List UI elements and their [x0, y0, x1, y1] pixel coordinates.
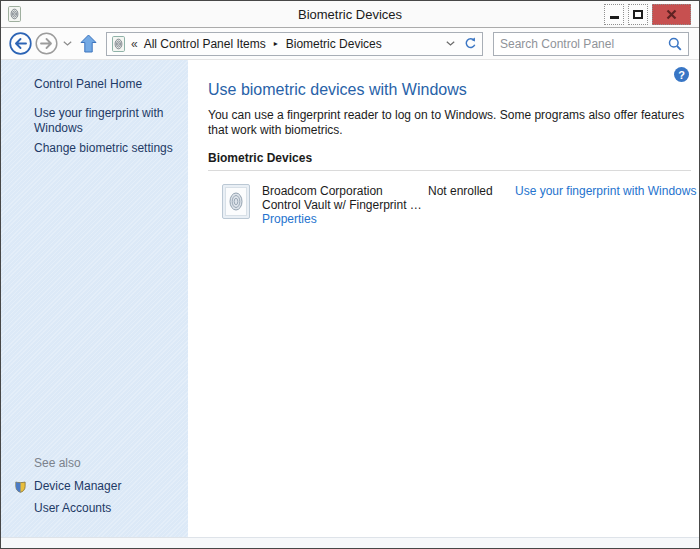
- sidebar-item-user-accounts[interactable]: User Accounts: [1, 501, 188, 516]
- fingerprint-reader-icon: [222, 184, 250, 223]
- refresh-icon: [464, 37, 477, 50]
- device-row: Broadcom Corporation Control Vault w/ Fi…: [208, 184, 691, 226]
- use-fingerprint-link[interactable]: Use your fingerprint with Windows: [515, 184, 696, 198]
- fingerprint-app-icon: [8, 6, 21, 22]
- device-properties-link[interactable]: Properties: [262, 212, 428, 226]
- search-box: [493, 32, 689, 56]
- up-button[interactable]: [80, 34, 97, 53]
- uac-shield-icon: [14, 480, 27, 496]
- forward-button[interactable]: [35, 32, 58, 55]
- breadcrumb-overflow-chevrons: «: [131, 37, 138, 51]
- forward-arrow-icon: [35, 32, 58, 55]
- sidebar-row-user-accounts: User Accounts: [1, 501, 188, 516]
- close-icon: [666, 9, 677, 20]
- titlebar: Biometric Devices: [1, 1, 699, 28]
- see-also-section: See also Device Manager User Accounts: [1, 456, 188, 523]
- window-body: Control Panel Home Use your fingerprint …: [1, 60, 699, 537]
- breadcrumb-separator-icon: ▸: [274, 39, 278, 48]
- address-bar-controls: [446, 37, 477, 50]
- back-arrow-icon: [9, 32, 32, 55]
- sidebar-item-use-fingerprint[interactable]: Use your fingerprint with Windows: [1, 106, 188, 136]
- page-title: Use biometric devices with Windows: [208, 81, 691, 99]
- device-status: Not enrolled: [428, 184, 515, 198]
- sidebar: Control Panel Home Use your fingerprint …: [1, 60, 188, 537]
- close-button[interactable]: [652, 4, 691, 25]
- device-name: Broadcom Corporation Control Vault w/ Fi…: [262, 184, 428, 226]
- recent-pages-button[interactable]: [63, 41, 72, 46]
- help-button[interactable]: ?: [674, 67, 689, 82]
- see-also-label: See also: [1, 456, 188, 471]
- maximize-button[interactable]: [628, 4, 648, 25]
- sidebar-item-device-manager[interactable]: Device Manager: [1, 479, 188, 494]
- chevron-down-icon: [63, 41, 72, 46]
- minimize-icon: [610, 16, 619, 19]
- minimize-button[interactable]: [604, 4, 624, 25]
- section-divider: [208, 170, 691, 171]
- up-arrow-icon: [80, 34, 97, 53]
- section-title: Biometric Devices: [208, 151, 691, 165]
- maximize-icon: [633, 10, 643, 19]
- breadcrumb-biometric-devices[interactable]: Biometric Devices: [286, 37, 382, 51]
- chevron-down-icon: [446, 41, 455, 46]
- main-content: ? Use biometric devices with Windows You…: [188, 60, 699, 537]
- window-controls: [604, 4, 691, 25]
- back-button[interactable]: [9, 32, 32, 55]
- refresh-button[interactable]: [464, 37, 477, 50]
- address-bar[interactable]: « All Control Panel Items ▸ Biometric De…: [106, 32, 483, 56]
- window-title: Biometric Devices: [1, 7, 699, 22]
- device-manufacturer: Broadcom Corporation: [262, 184, 428, 198]
- address-dropdown-button[interactable]: [446, 41, 455, 46]
- biometric-devices-window: Biometric Devices: [0, 0, 700, 549]
- navigation-toolbar: « All Control Panel Items ▸ Biometric De…: [1, 28, 699, 60]
- search-button[interactable]: [668, 37, 682, 51]
- sidebar-item-control-panel-home[interactable]: Control Panel Home: [1, 77, 188, 92]
- sidebar-row-device-manager: Device Manager: [1, 479, 188, 494]
- page-description: You can use a fingerprint reader to log …: [208, 108, 691, 138]
- fingerprint-location-icon: [112, 36, 125, 52]
- status-bar: [1, 537, 699, 548]
- sidebar-item-change-biometric-settings[interactable]: Change biometric settings: [1, 141, 188, 156]
- search-input[interactable]: [500, 37, 668, 51]
- search-icon: [668, 37, 682, 51]
- breadcrumb-all-control-panel-items[interactable]: All Control Panel Items: [144, 37, 266, 51]
- help-icon: ?: [678, 69, 685, 81]
- device-model: Control Vault w/ Fingerprint Swip...: [262, 198, 428, 212]
